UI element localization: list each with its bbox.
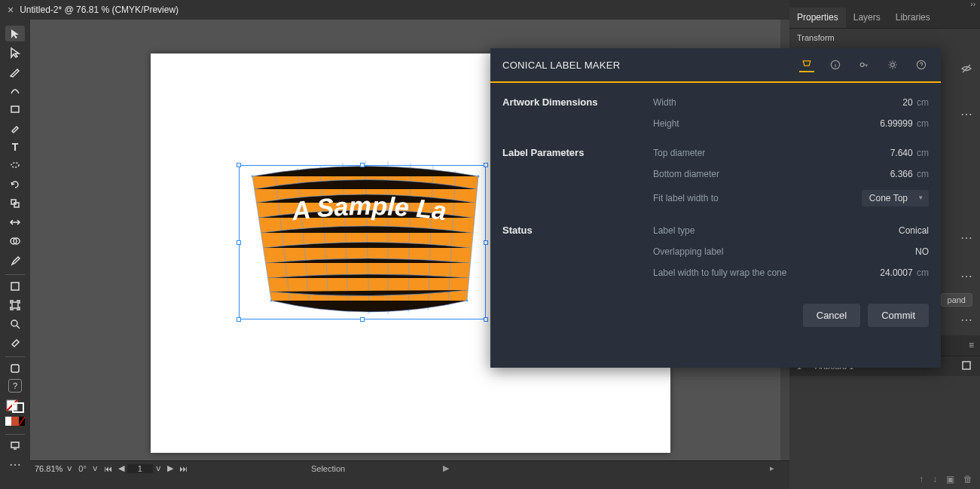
svg-rect-9: [11, 365, 19, 372]
rotate-tool[interactable]: [5, 177, 25, 193]
new-artboard-icon[interactable]: ▣: [946, 474, 954, 484]
label-parameters-heading: Label Parameters: [502, 147, 653, 158]
panel-menu-icon[interactable]: ››: [970, 0, 975, 8]
lasso-tool[interactable]: [5, 158, 25, 174]
label-type-value: Conical: [899, 225, 929, 236]
fit-width-select[interactable]: Cone Top: [862, 190, 929, 206]
fill-stroke-swatch[interactable]: [5, 399, 25, 414]
play-icon[interactable]: ▶: [443, 463, 449, 473]
dialog-title: CONICAL LABEL MAKER: [502, 60, 620, 71]
conical-label-maker-dialog: CONICAL LABEL MAKER Artwork Dimensions W…: [490, 48, 941, 368]
svg-rect-14: [11, 417, 19, 426]
rotation-dropdown-icon[interactable]: ⅴ: [90, 463, 101, 473]
top-diameter-value[interactable]: 7.640: [890, 148, 913, 158]
nav-next-icon[interactable]: ▶: [164, 463, 176, 473]
fit-width-label: Fit label width to: [653, 193, 789, 203]
svg-point-1: [11, 163, 19, 167]
fullwrap-value: 24.0007: [880, 267, 912, 278]
status-bar: 76.81% ⅴ 0° ⅴ ⏮ ◀ 1 ⅴ ▶ ⏭ Selection ▶ ▸: [30, 460, 789, 475]
document-tab[interactable]: Untitled-2* @ 76.81 % (CMYK/Preview): [20, 5, 179, 15]
type-tool[interactable]: T: [5, 139, 25, 154]
pen-tool[interactable]: [5, 63, 25, 79]
tool-separator: [5, 434, 25, 435]
direct-selection-tool[interactable]: [5, 44, 25, 60]
overlapping-value: NO: [915, 246, 929, 257]
rotation-display[interactable]: 0°: [75, 464, 90, 473]
svg-point-8: [11, 320, 17, 326]
panel-menu-icon[interactable]: ≡: [969, 340, 974, 350]
artboard-page-input[interactable]: 1: [127, 464, 153, 473]
label-tab-icon[interactable]: [799, 57, 814, 72]
hand-tool[interactable]: [5, 360, 25, 376]
height-label: Height: [653, 118, 789, 129]
width-tool[interactable]: [5, 215, 25, 231]
status-heading: Status: [502, 225, 653, 236]
cancel-button[interactable]: Cancel: [803, 304, 860, 327]
artwork-dimensions-heading: Artwork Dimensions: [502, 96, 653, 108]
selection-mode-label: Selection: [311, 464, 345, 473]
shape-builder-tool[interactable]: [5, 234, 25, 249]
move-down-icon[interactable]: ↓: [933, 474, 937, 484]
expand-button[interactable]: pand: [941, 293, 972, 307]
eyedropper-tool[interactable]: [5, 252, 25, 268]
svg-rect-2: [11, 200, 16, 204]
svg-rect-6: [11, 283, 19, 290]
svg-point-31: [860, 63, 864, 67]
nav-prev-icon[interactable]: ◀: [115, 463, 127, 473]
svg-point-32: [891, 63, 895, 67]
screen-mode-tool[interactable]: [5, 438, 25, 454]
svg-rect-28: [963, 362, 970, 369]
bottom-diameter-value[interactable]: 6.366: [890, 169, 913, 179]
label-type-label: Label type: [653, 225, 789, 236]
libraries-tab[interactable]: Libraries: [888, 8, 938, 28]
gradient-tool[interactable]: [5, 278, 25, 294]
color-mode-swatch[interactable]: [5, 417, 25, 431]
width-value: 20: [902, 97, 912, 108]
svg-point-33: [917, 60, 925, 69]
help-tool[interactable]: ?: [8, 379, 22, 392]
width-label: Width: [653, 97, 789, 108]
close-tab-icon[interactable]: ×: [8, 4, 14, 16]
move-up-icon[interactable]: ↑: [919, 474, 924, 484]
nav-first-icon[interactable]: ⏮: [101, 464, 115, 473]
artboard-options-icon[interactable]: [960, 359, 972, 373]
curvature-tool[interactable]: [5, 82, 25, 98]
edit-toolbar[interactable]: ⋯: [5, 457, 25, 472]
eye-icon[interactable]: [953, 59, 980, 78]
height-value: 6.99999: [880, 118, 912, 129]
overlapping-label: Overlapping label: [653, 246, 789, 257]
properties-tab[interactable]: Properties: [789, 8, 846, 28]
nav-last-icon[interactable]: ⏭: [176, 464, 191, 473]
delete-icon[interactable]: 🗑: [963, 474, 972, 484]
zoom-level[interactable]: 76.81%: [35, 464, 63, 473]
rectangle-tool[interactable]: [5, 101, 25, 117]
layers-tab[interactable]: Layers: [846, 8, 888, 28]
commit-button[interactable]: Commit: [868, 304, 929, 327]
fullwrap-label: Label width to fully wrap the cone: [653, 267, 834, 278]
svg-rect-7: [12, 302, 18, 308]
svg-rect-17: [11, 442, 19, 448]
artboard-tool[interactable]: [5, 297, 25, 313]
svg-rect-13: [5, 417, 11, 426]
help-icon[interactable]: [914, 57, 929, 72]
info-icon[interactable]: [828, 57, 843, 72]
transform-section-label: Transform: [789, 29, 980, 47]
gear-icon[interactable]: [885, 57, 900, 72]
collapsed-panel-strip: [953, 59, 980, 74]
scroll-left-arrow-icon[interactable]: ▸: [770, 463, 774, 473]
selection-bounding-box[interactable]: [239, 165, 486, 319]
bottom-diameter-label: Bottom diameter: [653, 169, 789, 179]
paintbrush-tool[interactable]: [5, 120, 25, 136]
height-unit: cm: [917, 118, 929, 129]
nav-dropdown-icon[interactable]: ⅴ: [153, 463, 164, 473]
svg-rect-3: [14, 203, 19, 207]
svg-line-29: [963, 65, 970, 72]
zoom-dropdown-icon[interactable]: ⅴ: [64, 463, 75, 473]
key-icon[interactable]: [856, 57, 872, 72]
zoom-tool[interactable]: [5, 316, 25, 332]
tool-panel: T ? ⋯: [0, 20, 30, 475]
width-unit: cm: [917, 97, 929, 108]
selection-tool[interactable]: [5, 26, 25, 41]
scale-tool[interactable]: [5, 196, 25, 212]
eraser-tool[interactable]: [5, 335, 25, 350]
